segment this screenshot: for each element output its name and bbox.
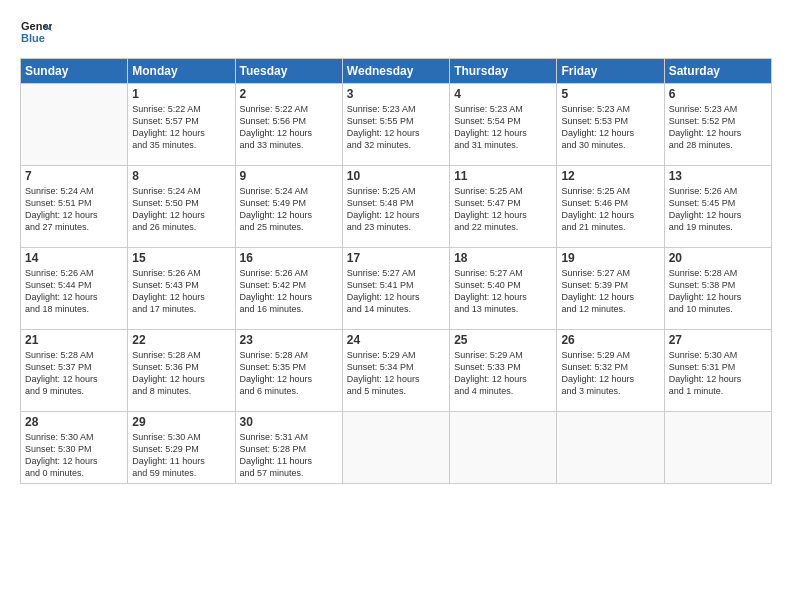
calendar-cell: 16Sunrise: 5:26 AM Sunset: 5:42 PM Dayli… xyxy=(235,248,342,330)
calendar-cell: 1Sunrise: 5:22 AM Sunset: 5:57 PM Daylig… xyxy=(128,84,235,166)
day-number: 1 xyxy=(132,87,230,101)
calendar-cell xyxy=(450,412,557,484)
calendar-header-monday: Monday xyxy=(128,59,235,84)
calendar-cell: 25Sunrise: 5:29 AM Sunset: 5:33 PM Dayli… xyxy=(450,330,557,412)
calendar-cell: 11Sunrise: 5:25 AM Sunset: 5:47 PM Dayli… xyxy=(450,166,557,248)
calendar-cell: 6Sunrise: 5:23 AM Sunset: 5:52 PM Daylig… xyxy=(664,84,771,166)
day-info: Sunrise: 5:31 AM Sunset: 5:28 PM Dayligh… xyxy=(240,431,338,480)
day-info: Sunrise: 5:27 AM Sunset: 5:40 PM Dayligh… xyxy=(454,267,552,316)
day-info: Sunrise: 5:30 AM Sunset: 5:30 PM Dayligh… xyxy=(25,431,123,480)
calendar-header-tuesday: Tuesday xyxy=(235,59,342,84)
calendar-cell: 14Sunrise: 5:26 AM Sunset: 5:44 PM Dayli… xyxy=(21,248,128,330)
calendar-header-thursday: Thursday xyxy=(450,59,557,84)
calendar-cell: 20Sunrise: 5:28 AM Sunset: 5:38 PM Dayli… xyxy=(664,248,771,330)
calendar-cell: 9Sunrise: 5:24 AM Sunset: 5:49 PM Daylig… xyxy=(235,166,342,248)
day-info: Sunrise: 5:22 AM Sunset: 5:57 PM Dayligh… xyxy=(132,103,230,152)
day-info: Sunrise: 5:28 AM Sunset: 5:35 PM Dayligh… xyxy=(240,349,338,398)
day-info: Sunrise: 5:29 AM Sunset: 5:32 PM Dayligh… xyxy=(561,349,659,398)
calendar-cell: 15Sunrise: 5:26 AM Sunset: 5:43 PM Dayli… xyxy=(128,248,235,330)
calendar-cell: 19Sunrise: 5:27 AM Sunset: 5:39 PM Dayli… xyxy=(557,248,664,330)
day-info: Sunrise: 5:24 AM Sunset: 5:49 PM Dayligh… xyxy=(240,185,338,234)
logo: GeneralBlue xyxy=(20,16,52,48)
calendar-cell: 22Sunrise: 5:28 AM Sunset: 5:36 PM Dayli… xyxy=(128,330,235,412)
day-number: 11 xyxy=(454,169,552,183)
calendar-cell: 24Sunrise: 5:29 AM Sunset: 5:34 PM Dayli… xyxy=(342,330,449,412)
day-number: 7 xyxy=(25,169,123,183)
svg-text:Blue: Blue xyxy=(21,32,45,44)
calendar-cell: 23Sunrise: 5:28 AM Sunset: 5:35 PM Dayli… xyxy=(235,330,342,412)
day-number: 3 xyxy=(347,87,445,101)
day-info: Sunrise: 5:23 AM Sunset: 5:52 PM Dayligh… xyxy=(669,103,767,152)
calendar-header-friday: Friday xyxy=(557,59,664,84)
day-number: 9 xyxy=(240,169,338,183)
calendar-cell: 13Sunrise: 5:26 AM Sunset: 5:45 PM Dayli… xyxy=(664,166,771,248)
day-number: 17 xyxy=(347,251,445,265)
calendar-cell xyxy=(342,412,449,484)
day-info: Sunrise: 5:27 AM Sunset: 5:39 PM Dayligh… xyxy=(561,267,659,316)
day-number: 30 xyxy=(240,415,338,429)
calendar-header-row: SundayMondayTuesdayWednesdayThursdayFrid… xyxy=(21,59,772,84)
day-number: 13 xyxy=(669,169,767,183)
header: GeneralBlue xyxy=(20,16,772,48)
logo-svg-icon: GeneralBlue xyxy=(20,16,52,48)
day-number: 26 xyxy=(561,333,659,347)
calendar-cell: 17Sunrise: 5:27 AM Sunset: 5:41 PM Dayli… xyxy=(342,248,449,330)
day-info: Sunrise: 5:28 AM Sunset: 5:36 PM Dayligh… xyxy=(132,349,230,398)
day-number: 19 xyxy=(561,251,659,265)
day-info: Sunrise: 5:24 AM Sunset: 5:51 PM Dayligh… xyxy=(25,185,123,234)
day-info: Sunrise: 5:29 AM Sunset: 5:33 PM Dayligh… xyxy=(454,349,552,398)
day-number: 28 xyxy=(25,415,123,429)
day-number: 27 xyxy=(669,333,767,347)
day-info: Sunrise: 5:30 AM Sunset: 5:29 PM Dayligh… xyxy=(132,431,230,480)
calendar-cell xyxy=(557,412,664,484)
calendar-week-row: 28Sunrise: 5:30 AM Sunset: 5:30 PM Dayli… xyxy=(21,412,772,484)
day-info: Sunrise: 5:29 AM Sunset: 5:34 PM Dayligh… xyxy=(347,349,445,398)
day-number: 22 xyxy=(132,333,230,347)
calendar-cell: 26Sunrise: 5:29 AM Sunset: 5:32 PM Dayli… xyxy=(557,330,664,412)
day-number: 12 xyxy=(561,169,659,183)
day-info: Sunrise: 5:22 AM Sunset: 5:56 PM Dayligh… xyxy=(240,103,338,152)
day-number: 16 xyxy=(240,251,338,265)
day-info: Sunrise: 5:23 AM Sunset: 5:53 PM Dayligh… xyxy=(561,103,659,152)
day-info: Sunrise: 5:24 AM Sunset: 5:50 PM Dayligh… xyxy=(132,185,230,234)
day-info: Sunrise: 5:25 AM Sunset: 5:48 PM Dayligh… xyxy=(347,185,445,234)
day-info: Sunrise: 5:23 AM Sunset: 5:55 PM Dayligh… xyxy=(347,103,445,152)
day-info: Sunrise: 5:26 AM Sunset: 5:45 PM Dayligh… xyxy=(669,185,767,234)
calendar-week-row: 21Sunrise: 5:28 AM Sunset: 5:37 PM Dayli… xyxy=(21,330,772,412)
calendar-header-sunday: Sunday xyxy=(21,59,128,84)
day-number: 21 xyxy=(25,333,123,347)
day-number: 29 xyxy=(132,415,230,429)
day-info: Sunrise: 5:23 AM Sunset: 5:54 PM Dayligh… xyxy=(454,103,552,152)
calendar-cell: 12Sunrise: 5:25 AM Sunset: 5:46 PM Dayli… xyxy=(557,166,664,248)
day-number: 24 xyxy=(347,333,445,347)
day-number: 5 xyxy=(561,87,659,101)
calendar-week-row: 14Sunrise: 5:26 AM Sunset: 5:44 PM Dayli… xyxy=(21,248,772,330)
calendar-week-row: 1Sunrise: 5:22 AM Sunset: 5:57 PM Daylig… xyxy=(21,84,772,166)
calendar-cell: 4Sunrise: 5:23 AM Sunset: 5:54 PM Daylig… xyxy=(450,84,557,166)
page: GeneralBlue SundayMondayTuesdayWednesday… xyxy=(0,0,792,612)
day-number: 25 xyxy=(454,333,552,347)
calendar-cell: 18Sunrise: 5:27 AM Sunset: 5:40 PM Dayli… xyxy=(450,248,557,330)
calendar-header-wednesday: Wednesday xyxy=(342,59,449,84)
day-number: 20 xyxy=(669,251,767,265)
calendar-cell: 8Sunrise: 5:24 AM Sunset: 5:50 PM Daylig… xyxy=(128,166,235,248)
day-info: Sunrise: 5:26 AM Sunset: 5:43 PM Dayligh… xyxy=(132,267,230,316)
calendar-cell: 5Sunrise: 5:23 AM Sunset: 5:53 PM Daylig… xyxy=(557,84,664,166)
calendar-cell: 10Sunrise: 5:25 AM Sunset: 5:48 PM Dayli… xyxy=(342,166,449,248)
day-info: Sunrise: 5:28 AM Sunset: 5:37 PM Dayligh… xyxy=(25,349,123,398)
calendar-body: 1Sunrise: 5:22 AM Sunset: 5:57 PM Daylig… xyxy=(21,84,772,484)
day-info: Sunrise: 5:26 AM Sunset: 5:42 PM Dayligh… xyxy=(240,267,338,316)
day-info: Sunrise: 5:26 AM Sunset: 5:44 PM Dayligh… xyxy=(25,267,123,316)
day-info: Sunrise: 5:30 AM Sunset: 5:31 PM Dayligh… xyxy=(669,349,767,398)
calendar-cell xyxy=(664,412,771,484)
day-number: 15 xyxy=(132,251,230,265)
calendar-cell: 3Sunrise: 5:23 AM Sunset: 5:55 PM Daylig… xyxy=(342,84,449,166)
calendar-cell: 2Sunrise: 5:22 AM Sunset: 5:56 PM Daylig… xyxy=(235,84,342,166)
svg-text:General: General xyxy=(21,20,52,32)
calendar-table: SundayMondayTuesdayWednesdayThursdayFrid… xyxy=(20,58,772,484)
day-number: 23 xyxy=(240,333,338,347)
day-number: 2 xyxy=(240,87,338,101)
day-info: Sunrise: 5:25 AM Sunset: 5:47 PM Dayligh… xyxy=(454,185,552,234)
day-number: 6 xyxy=(669,87,767,101)
day-number: 14 xyxy=(25,251,123,265)
